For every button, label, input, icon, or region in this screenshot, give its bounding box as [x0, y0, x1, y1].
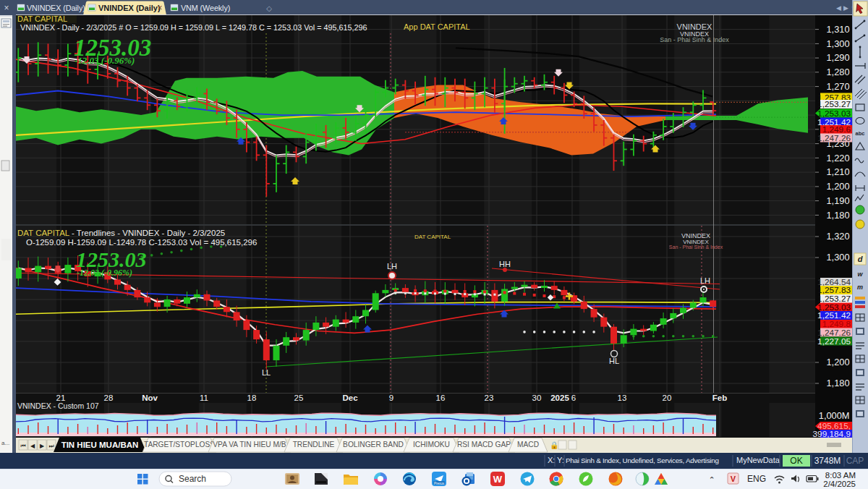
svg-text:18: 18: [247, 394, 257, 402]
svg-text:MyNewData: MyNewData: [736, 456, 780, 464]
svg-text:App DAT CAPITAL: App DAT CAPITAL: [404, 22, 470, 31]
svg-text:DAT CAPITAL: DAT CAPITAL: [414, 234, 451, 240]
svg-text:25: 25: [294, 394, 304, 402]
svg-text:DAT CAPITAL: DAT CAPITAL: [17, 14, 67, 23]
svg-text:1,210: 1,210: [826, 166, 849, 177]
svg-text:-12.03 (-0.96%): -12.03 (-0.96%): [77, 268, 132, 278]
svg-text:1,200: 1,200: [826, 357, 849, 367]
svg-text:16: 16: [436, 394, 446, 402]
svg-text:MACD: MACD: [517, 441, 539, 448]
svg-text:V: V: [731, 475, 736, 483]
svg-text:LH: LH: [700, 276, 710, 285]
svg-text:◀: ◀: [30, 443, 35, 449]
svg-text:⏮: ⏮: [20, 443, 25, 449]
svg-text:1,180: 1,180: [826, 378, 849, 388]
svg-text:LH: LH: [387, 262, 397, 271]
svg-text:11: 11: [200, 394, 208, 402]
svg-text:w: w: [857, 271, 863, 278]
svg-text:1,180: 1,180: [826, 210, 849, 221]
svg-text:30: 30: [532, 394, 542, 402]
svg-text:Nov: Nov: [142, 394, 158, 402]
svg-text:▶: ▶: [40, 443, 45, 449]
svg-text:1,200: 1,200: [826, 181, 849, 192]
svg-text:🔒: 🔒: [550, 441, 559, 450]
svg-text:1,310: 1,310: [826, 24, 849, 35]
svg-text:VNINDEX (Daily): VNINDEX (Daily): [98, 4, 161, 12]
svg-text:21: 21: [56, 394, 66, 402]
svg-text:◇: ◇: [266, 4, 272, 12]
svg-text:6: 6: [571, 394, 576, 402]
svg-text:abc: abc: [856, 130, 865, 137]
svg-text:O-1259.09 H-1259.09 L-1249.7: O-1259.09 H-1259.09 L-1249.78 C-1253.03 …: [26, 238, 257, 247]
svg-text:1,247.26: 1,247.26: [817, 133, 851, 143]
svg-text:W: W: [493, 474, 503, 485]
svg-text:HH: HH: [499, 260, 511, 268]
svg-text:TIN HIEU MUA/BAN: TIN HIEU MUA/BAN: [61, 441, 139, 449]
svg-text:TRENDLINE: TRENDLINE: [293, 441, 335, 448]
svg-text:1,280: 1,280: [826, 67, 849, 77]
svg-text:◀: ◀: [836, 4, 841, 12]
svg-text:-12.03 (-0.96%): -12.03 (-0.96%): [75, 55, 135, 66]
svg-text:1,300: 1,300: [826, 38, 849, 49]
svg-text:2025: 2025: [550, 394, 569, 402]
svg-text:▶: ▶: [843, 4, 848, 12]
svg-text:Dec: Dec: [342, 394, 358, 402]
svg-text:TARGET/STOPLOSS: TARGET/STOPLOSS: [144, 441, 215, 448]
svg-text:23: 23: [485, 394, 494, 402]
svg-text:San - Phai Sinh & Index: San - Phai Sinh & Index: [669, 244, 723, 250]
svg-text:9: 9: [389, 394, 393, 402]
svg-text:VNINDEX (Daily): VNINDEX (Daily): [27, 4, 85, 12]
svg-text:1,000M: 1,000M: [819, 410, 850, 421]
svg-text:1,320: 1,320: [826, 231, 849, 242]
svg-text:m: m: [857, 284, 863, 291]
svg-text:×: ×: [4, 3, 9, 13]
svg-text:d: d: [858, 255, 863, 263]
svg-text:Search: Search: [179, 474, 206, 484]
svg-text:HL: HL: [609, 357, 619, 365]
svg-text:VNINDEX - Daily - 2/3/2025: VNINDEX - Daily - 2/3/2025 # O = 1259.09…: [20, 23, 367, 32]
svg-text:CAP: CAP: [846, 456, 864, 466]
svg-text:13: 13: [618, 394, 627, 402]
svg-text:Phai Sinh & Index, Undefined,: Phai Sinh & Index, Undefined, Services, …: [566, 456, 719, 464]
svg-text:⌃: ⌃: [708, 475, 715, 484]
svg-text:1,270: 1,270: [826, 81, 849, 92]
svg-text:LL: LL: [262, 368, 271, 377]
svg-text:1,227.05: 1,227.05: [817, 336, 851, 346]
svg-text:RSI MACD GAP: RSI MACD GAP: [457, 441, 511, 448]
svg-text:VNM (Weekly): VNM (Weekly): [181, 4, 230, 12]
svg-text:DAT CAPITAL - Trendlines - VNI: DAT CAPITAL - Trendlines - VNINDEX - Dai…: [17, 229, 225, 237]
svg-text:×: ×: [157, 3, 162, 13]
svg-text:2/4/2025: 2/4/2025: [823, 480, 856, 488]
svg-text:3748M: 3748M: [814, 456, 841, 466]
svg-text:San - Phai Sinh & Index: San - Phai Sinh & Index: [660, 36, 729, 43]
svg-text:20: 20: [663, 394, 672, 402]
svg-text:⏭: ⏭: [48, 443, 54, 449]
svg-text:8:03 AM: 8:03 AM: [825, 471, 856, 480]
svg-text:1,300: 1,300: [826, 252, 849, 263]
svg-text:VPA VA TIN HIEU M/B: VPA VA TIN HIEU M/B: [213, 441, 286, 448]
svg-text:Prexus: Prexus: [434, 482, 445, 485]
svg-text:BOLINGER BAND: BOLINGER BAND: [343, 441, 404, 448]
svg-text:Y:: Y:: [557, 456, 564, 464]
svg-text:ENG: ENG: [747, 474, 766, 484]
svg-text:OK: OK: [790, 456, 802, 466]
svg-text:X:: X:: [548, 456, 555, 464]
svg-text:28: 28: [104, 394, 114, 402]
svg-text:Feb: Feb: [712, 394, 727, 402]
svg-text:1,220: 1,220: [826, 153, 849, 163]
svg-text:1,290: 1,290: [826, 52, 849, 63]
svg-text:a...: a...: [1, 440, 9, 446]
svg-text:1,190: 1,190: [826, 195, 849, 206]
svg-text:ICHIMOKU: ICHIMOKU: [413, 441, 450, 448]
